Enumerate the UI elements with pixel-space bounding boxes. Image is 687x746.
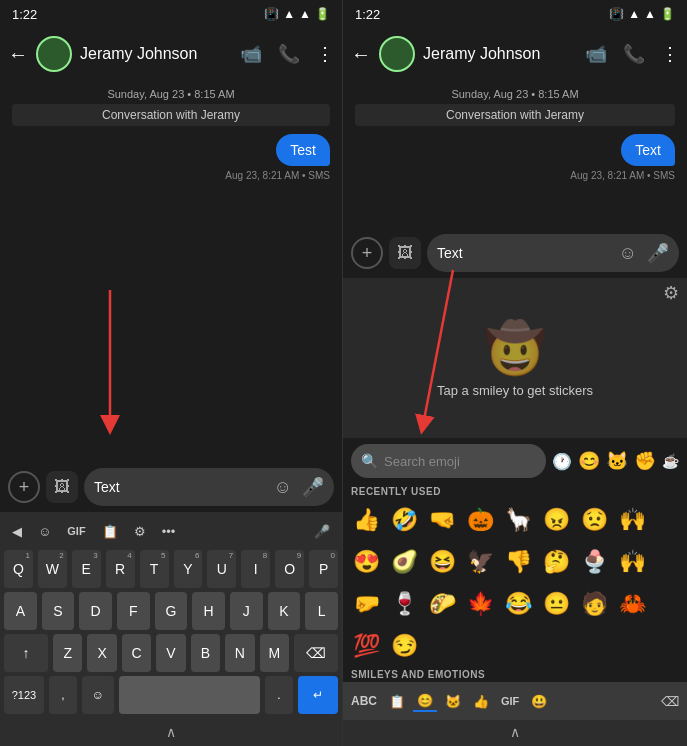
kb-gif-btn[interactable]: GIF <box>63 523 89 539</box>
emoji-shaved-ice[interactable]: 🍨 <box>575 543 613 581</box>
kb-key-v[interactable]: V <box>156 634 185 672</box>
kb-space-key[interactable] <box>119 676 260 714</box>
left-video-icon[interactable]: 📹 <box>240 43 262 65</box>
emoji-wine[interactable]: 🍷 <box>385 585 423 623</box>
kb-more-btn[interactable]: ••• <box>158 522 180 541</box>
emoji-bottom-abc[interactable]: ABC <box>347 692 381 710</box>
kb-back-btn[interactable]: ◀ <box>8 522 26 541</box>
left-chevron-bar[interactable]: ∧ <box>0 720 342 746</box>
emoji-raisehands[interactable]: 🙌 <box>613 543 651 581</box>
kb-key-s[interactable]: S <box>42 592 75 630</box>
emoji-fistleft[interactable]: 🤛 <box>347 585 385 623</box>
emoji-thumbsup[interactable]: 👍 <box>347 501 385 539</box>
kb-key-g[interactable]: G <box>155 592 188 630</box>
right-mic-icon[interactable]: 🎤 <box>647 242 669 264</box>
emoji-100[interactable]: 💯 <box>347 627 385 665</box>
kb-comma-key[interactable]: , <box>49 676 77 714</box>
kb-clipboard-btn[interactable]: 📋 <box>98 522 122 541</box>
right-emoji-face-1[interactable]: 😊 <box>578 450 600 472</box>
emoji-sweat-smile[interactable]: 😆 <box>423 543 461 581</box>
emoji-smirk[interactable]: 😏 <box>385 627 423 665</box>
kb-key-w[interactable]: 2W <box>38 550 67 588</box>
right-back-button[interactable]: ← <box>351 43 371 66</box>
emoji-person[interactable]: 🧑 <box>575 585 613 623</box>
kb-key-o[interactable]: 9O <box>275 550 304 588</box>
emoji-pumpkin[interactable]: 🎃 <box>461 501 499 539</box>
kb-emoji-bottom-key[interactable]: ☺ <box>82 676 114 714</box>
kb-key-d[interactable]: D <box>79 592 112 630</box>
kb-key-a[interactable]: A <box>4 592 37 630</box>
kb-key-f[interactable]: F <box>117 592 150 630</box>
emoji-taco[interactable]: 🌮 <box>423 585 461 623</box>
emoji-avocado[interactable]: 🥑 <box>385 543 423 581</box>
kb-key-k[interactable]: K <box>268 592 301 630</box>
right-sticker-button[interactable]: 🖼 <box>389 237 421 269</box>
left-back-button[interactable]: ← <box>8 43 28 66</box>
kb-enter-key[interactable]: ↵ <box>298 676 338 714</box>
kb-settings-btn[interactable]: ⚙ <box>130 522 150 541</box>
emoji-worried[interactable]: 😟 <box>575 501 613 539</box>
kb-symbols-key[interactable]: ?123 <box>4 676 44 714</box>
kb-key-p[interactable]: 0P <box>309 550 338 588</box>
emoji-clap[interactable]: 🙌 <box>613 501 651 539</box>
emoji-thumbsdown[interactable]: 👎 <box>499 543 537 581</box>
emoji-angry[interactable]: 😠 <box>537 501 575 539</box>
emoji-neutral[interactable]: 😐 <box>537 585 575 623</box>
emoji-hearteyes[interactable]: 😍 <box>347 543 385 581</box>
kb-voice-btn[interactable]: 🎤 <box>310 522 334 541</box>
right-emoji-search-box[interactable]: 🔍 Search emoji <box>351 444 546 478</box>
emoji-eagle[interactable]: 🦅 <box>461 543 499 581</box>
kb-key-h[interactable]: H <box>192 592 225 630</box>
right-clock-icon[interactable]: 🕐 <box>552 452 572 471</box>
kb-key-l[interactable]: L <box>305 592 338 630</box>
kb-key-u[interactable]: 7U <box>207 550 236 588</box>
kb-key-n[interactable]: N <box>225 634 254 672</box>
kb-key-i[interactable]: 8I <box>241 550 270 588</box>
kb-key-m[interactable]: M <box>260 634 289 672</box>
kb-key-q[interactable]: 1Q <box>4 550 33 588</box>
right-text-field[interactable]: Text ☺ 🎤 <box>427 234 679 272</box>
kb-key-y[interactable]: 6Y <box>174 550 203 588</box>
kb-shift-key[interactable]: ↑ <box>4 634 48 672</box>
emoji-thinking[interactable]: 🤔 <box>537 543 575 581</box>
right-video-icon[interactable]: 📹 <box>585 43 607 65</box>
emoji-bottom-face2[interactable]: 😃 <box>527 692 551 711</box>
emoji-bottom-backspace[interactable]: ⌫ <box>657 692 683 711</box>
kb-key-x[interactable]: X <box>87 634 116 672</box>
right-phone-icon[interactable]: 📞 <box>623 43 645 65</box>
kb-key-j[interactable]: J <box>230 592 263 630</box>
kb-key-z[interactable]: Z <box>53 634 82 672</box>
right-menu-icon[interactable]: ⋮ <box>661 43 679 65</box>
left-mic-icon[interactable]: 🎤 <box>302 476 324 498</box>
left-menu-icon[interactable]: ⋮ <box>316 43 334 65</box>
emoji-rightpunch[interactable]: 🤜 <box>423 501 461 539</box>
kb-backspace-key[interactable]: ⌫ <box>294 634 338 672</box>
emoji-maple[interactable]: 🍁 <box>461 585 499 623</box>
left-sticker-button[interactable]: 🖼 <box>46 471 78 503</box>
left-emoji-icon[interactable]: ☺ <box>274 477 292 498</box>
left-phone-icon[interactable]: 📞 <box>278 43 300 65</box>
emoji-bottom-gif[interactable]: GIF <box>497 693 523 709</box>
emoji-joy[interactable]: 😂 <box>499 585 537 623</box>
emoji-bottom-smile[interactable]: 😊 <box>413 691 437 712</box>
kb-period-key[interactable]: . <box>265 676 293 714</box>
left-text-field[interactable]: Text ☺ 🎤 <box>84 468 334 506</box>
emoji-crab[interactable]: 🦀 <box>613 585 651 623</box>
kb-key-c[interactable]: C <box>122 634 151 672</box>
emoji-bottom-thumbs[interactable]: 👍 <box>469 692 493 711</box>
kb-key-b[interactable]: B <box>191 634 220 672</box>
left-add-button[interactable]: + <box>8 471 40 503</box>
right-chevron-bar[interactable]: ∧ <box>343 720 687 746</box>
kb-key-r[interactable]: 4R <box>106 550 135 588</box>
emoji-rofl[interactable]: 🤣 <box>385 501 423 539</box>
right-add-button[interactable]: + <box>351 237 383 269</box>
emoji-bottom-cat[interactable]: 🐱 <box>441 692 465 711</box>
emoji-llama[interactable]: 🦙 <box>499 501 537 539</box>
kb-emoji-btn[interactable]: ☺ <box>34 522 55 541</box>
kb-key-e[interactable]: 3E <box>72 550 101 588</box>
right-emoji-face-4[interactable]: ☕ <box>662 453 679 469</box>
right-sticker-gear[interactable]: ⚙ <box>663 282 679 304</box>
right-emoji-icon[interactable]: ☺ <box>619 243 637 264</box>
emoji-bottom-clipboard[interactable]: 📋 <box>385 692 409 711</box>
kb-key-t[interactable]: 5T <box>140 550 169 588</box>
